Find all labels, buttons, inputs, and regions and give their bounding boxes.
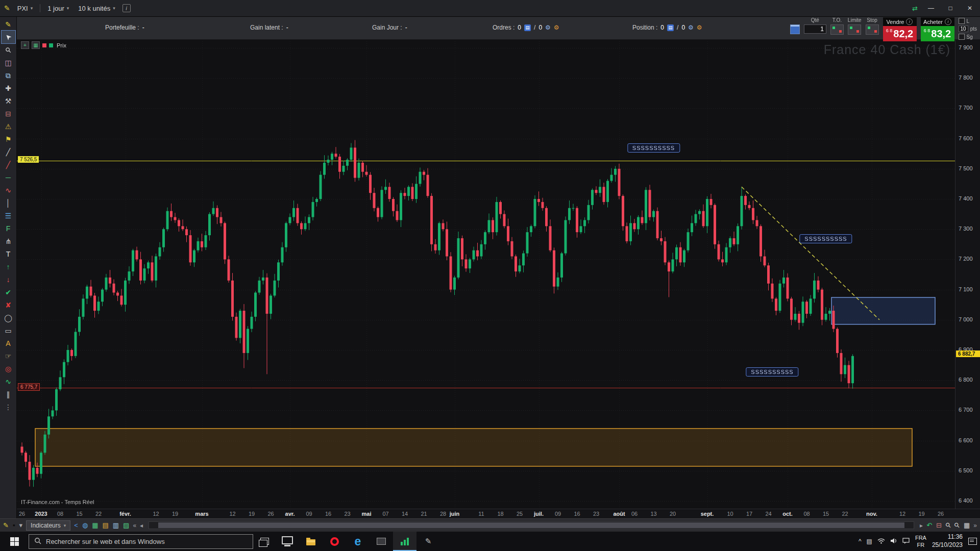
- info-icon[interactable]: i: [122, 4, 131, 12]
- link-icon[interactable]: ⇄: [912, 5, 918, 12]
- price-chart-canvas[interactable]: [17, 39, 955, 509]
- swatch-icon[interactable]: ▪: [13, 522, 15, 529]
- alert-tool[interactable]: ⚠: [2, 120, 15, 133]
- device-app[interactable]: [276, 532, 299, 551]
- hand-tool[interactable]: ☞: [2, 349, 15, 362]
- turbo-order-icon[interactable]: [830, 24, 844, 35]
- move-tool[interactable]: ✚: [2, 82, 15, 94]
- file-explorer-app[interactable]: [299, 532, 323, 551]
- calendar-icon[interactable]: ▦: [92, 522, 98, 529]
- position-list-icon[interactable]: ▤: [667, 24, 674, 31]
- share-icon[interactable]: <: [74, 522, 78, 529]
- cancel-tool[interactable]: ✘: [2, 298, 15, 311]
- points-value[interactable]: 10: [959, 26, 968, 32]
- arrow-up-tool[interactable]: ↑: [2, 260, 15, 273]
- resistance-price-tag[interactable]: 7 526,5: [18, 156, 39, 163]
- start-button[interactable]: [0, 532, 29, 551]
- trading-app[interactable]: [393, 532, 416, 551]
- eraser-tool[interactable]: ◫: [2, 56, 15, 69]
- zoom-in-icon[interactable]: ⚲: [953, 521, 961, 530]
- zigzag-tool[interactable]: ∿: [2, 375, 15, 388]
- cursor-tool[interactable]: ➤: [2, 31, 15, 43]
- trash-tool[interactable]: ⊟: [2, 107, 15, 120]
- fibonacci-tool[interactable]: F: [2, 222, 15, 235]
- news-app[interactable]: [370, 532, 393, 551]
- time-axis[interactable]: 262023081522févr.1219mars121926avr.09162…: [17, 509, 980, 519]
- zoom-out-icon[interactable]: ⚲: [944, 521, 952, 530]
- chart-scrollbar[interactable]: [149, 521, 914, 529]
- sell-button[interactable]: Vendre i 6 8 82,2: [883, 17, 917, 41]
- close-button[interactable]: ✕: [964, 5, 976, 12]
- target-tool[interactable]: ◎: [2, 362, 15, 375]
- panel-icon[interactable]: ▤: [103, 522, 109, 529]
- curve-tool[interactable]: ∿: [2, 184, 15, 196]
- segment-tool[interactable]: ─: [2, 171, 15, 184]
- ray-tool[interactable]: ╱: [2, 158, 15, 171]
- chart-settings-icon[interactable]: ▦: [32, 41, 40, 49]
- timeframe-selector[interactable]: 1 jour ▾: [45, 4, 71, 13]
- units-selector[interactable]: 10 k unités ▾: [76, 4, 117, 13]
- text-tool[interactable]: T: [2, 247, 15, 260]
- chart-annotation[interactable]: SSSSSSSSSS: [799, 234, 852, 243]
- opera-app[interactable]: [323, 532, 346, 551]
- channel-tool[interactable]: ∥: [2, 388, 15, 400]
- validate-tool[interactable]: ✔: [2, 286, 15, 298]
- chevron-right-icon[interactable]: »: [973, 522, 977, 529]
- taskbar-search[interactable]: Rechercher sur le web et dans Windows: [29, 534, 253, 549]
- pitchfork-tool[interactable]: ⋔: [2, 235, 15, 247]
- tray-expand-icon[interactable]: ^: [859, 538, 862, 545]
- calendar2-icon[interactable]: ▦: [964, 522, 970, 529]
- gear-icon[interactable]: ⚙: [697, 24, 702, 31]
- buy-button[interactable]: Acheter i 6 8 83,2: [921, 17, 954, 41]
- support-price-tag[interactable]: 6 775,7: [18, 383, 40, 391]
- ellipse-tool[interactable]: ◯: [2, 311, 15, 324]
- copy-tool[interactable]: ⧉: [2, 69, 15, 82]
- scroll-left-icon[interactable]: ◂: [140, 522, 143, 529]
- maximize-button[interactable]: □: [944, 5, 957, 12]
- chart-annotation[interactable]: SSSSSSSSSS: [627, 143, 680, 153]
- chevron-left-icon[interactable]: «: [133, 522, 136, 529]
- brush-icon[interactable]: ✎: [4, 4, 10, 12]
- chat-icon[interactable]: [902, 538, 910, 545]
- draw-tool[interactable]: ✎: [2, 18, 15, 31]
- gear-icon[interactable]: ⚙: [688, 24, 694, 31]
- stop-order-icon[interactable]: [866, 24, 879, 35]
- grid-icon[interactable]: ▥: [113, 522, 119, 529]
- globe-icon[interactable]: ◍: [82, 522, 88, 529]
- volume-icon[interactable]: [890, 538, 897, 545]
- grip-handle[interactable]: ⋮: [2, 400, 15, 413]
- arrow-down-tool[interactable]: ↓: [2, 273, 15, 286]
- zoom-tool[interactable]: ⚲: [2, 43, 15, 56]
- notes-app[interactable]: ✎: [416, 532, 440, 551]
- calculator-icon[interactable]: [790, 24, 800, 34]
- orders-list-icon[interactable]: ▤: [524, 24, 531, 31]
- scroll-right-icon[interactable]: ▸: [920, 522, 923, 529]
- indicators-button[interactable]: Indicateurs ▾: [26, 520, 70, 531]
- wifi-icon[interactable]: [877, 538, 885, 545]
- edge-app[interactable]: e: [346, 532, 370, 551]
- pattern-tool[interactable]: ☰: [2, 209, 15, 222]
- notification-center-icon[interactable]: [968, 538, 977, 545]
- sg-checkbox[interactable]: [959, 34, 965, 40]
- tray-window-icon[interactable]: ▤: [867, 538, 872, 545]
- minimize-button[interactable]: —: [925, 5, 937, 12]
- settings-tool[interactable]: ⚒: [2, 94, 15, 107]
- rectangle-tool[interactable]: ▭: [2, 324, 15, 337]
- undo-icon[interactable]: ↶: [926, 522, 932, 529]
- trendline-tool[interactable]: ╱: [2, 145, 15, 158]
- price-axis[interactable]: 6 4006 5006 6006 7006 8006 9007 0007 100…: [955, 39, 980, 509]
- chart-annotation[interactable]: SSSSSSSSSS: [746, 367, 798, 377]
- vline-tool[interactable]: │: [2, 196, 15, 209]
- scrollbar-thumb[interactable]: [158, 522, 904, 528]
- instrument-selector[interactable]: PXI ▾: [15, 4, 35, 13]
- add-indicator-icon[interactable]: +: [21, 41, 29, 49]
- alarm-tool[interactable]: ⚑: [2, 133, 15, 145]
- brush-icon[interactable]: ✎: [3, 522, 9, 529]
- taskbar-clock[interactable]: 11:36 25/10/2023: [932, 533, 963, 549]
- task-view-button[interactable]: [253, 532, 276, 551]
- gear-icon[interactable]: ⚙: [545, 24, 551, 31]
- erase-icon[interactable]: ⊟: [936, 522, 942, 529]
- chart-icon[interactable]: ▨: [123, 522, 129, 529]
- limit-order-icon[interactable]: [848, 24, 861, 35]
- quantity-input[interactable]: [804, 24, 826, 34]
